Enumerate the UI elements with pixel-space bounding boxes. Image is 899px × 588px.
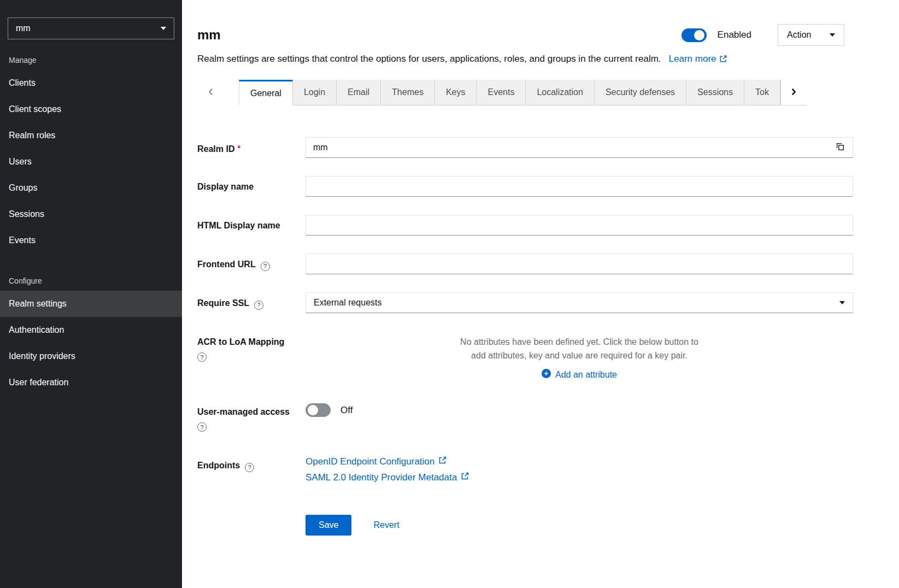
openid-endpoint-link[interactable]: OpenID Endpoint Configuration <box>305 456 447 468</box>
sidebar-item-identity-providers[interactable]: Identity providers <box>0 343 182 369</box>
realm-id-input[interactable] <box>306 138 827 157</box>
acr-to-loa-row: ACR to LoA Mapping ? No attributes have … <box>197 331 853 380</box>
manage-nav: Clients Client scopes Realm roles Users … <box>0 70 182 254</box>
save-button[interactable]: Save <box>305 515 351 536</box>
add-attribute-link[interactable]: Add an attribute <box>542 369 617 380</box>
nav-section-manage: Manage <box>0 39 182 70</box>
html-display-name-control <box>305 215 853 236</box>
saml-metadata-link[interactable]: SAML 2.0 Identity Provider Metadata <box>305 472 469 484</box>
empty-state-text: No attributes have been defined yet. Cli… <box>460 331 698 362</box>
general-settings-form: Realm ID* Display name HTML Dis <box>182 105 899 575</box>
display-name-label: Display name <box>197 176 305 197</box>
copy-button[interactable] <box>827 138 853 157</box>
action-dropdown-label: Action <box>787 30 811 40</box>
tab-email[interactable]: Email <box>337 80 381 105</box>
external-link-icon <box>719 54 727 67</box>
sidebar: mm Manage Clients Client scopes Realm ro… <box>0 0 182 588</box>
sidebar-item-clients[interactable]: Clients <box>0 70 182 96</box>
label-text: Endpoints <box>197 461 240 470</box>
copy-icon <box>836 142 845 153</box>
html-display-name-label: HTML Display name <box>197 215 305 236</box>
html-display-name-input[interactable] <box>305 215 853 236</box>
sidebar-item-realm-roles[interactable]: Realm roles <box>0 122 182 149</box>
display-name-input[interactable] <box>305 176 853 197</box>
learn-more-label: Learn more <box>669 54 716 64</box>
endpoints-control: OpenID Endpoint Configuration SAML 2.0 I… <box>305 455 853 487</box>
tab-scroll-right-button[interactable] <box>780 80 807 105</box>
tab-bar: General Login Email Themes Keys Events L… <box>182 80 899 105</box>
sidebar-item-user-federation[interactable]: User federation <box>0 369 182 396</box>
help-icon[interactable]: ? <box>245 463 254 472</box>
help-icon[interactable]: ? <box>197 352 207 362</box>
tab-sessions[interactable]: Sessions <box>686 80 744 105</box>
require-ssl-select[interactable]: External requests <box>305 292 853 313</box>
tab-events[interactable]: Events <box>477 80 526 105</box>
tab-localization[interactable]: Localization <box>526 80 595 105</box>
display-name-control <box>305 176 853 197</box>
chevron-down-icon <box>830 33 835 37</box>
tab-security-defenses[interactable]: Security defenses <box>595 80 686 105</box>
required-asterisk: * <box>237 144 240 152</box>
acr-to-loa-label: ACR to LoA Mapping ? <box>197 331 305 380</box>
realm-id-control <box>305 137 853 158</box>
label-text: Require SSL <box>197 298 249 308</box>
toggle-knob <box>308 405 318 415</box>
nav-section-configure: Configure <box>0 254 182 291</box>
endpoints-row: Endpoints? OpenID Endpoint Configuration… <box>197 455 853 487</box>
external-link-icon <box>434 456 447 468</box>
action-dropdown[interactable]: Action <box>778 24 844 46</box>
toggle-knob <box>694 30 704 40</box>
realm-selector-dropdown[interactable]: mm <box>8 17 174 39</box>
display-name-row: Display name <box>197 176 853 197</box>
frontend-url-input[interactable] <box>305 254 853 274</box>
user-managed-access-state: Off <box>340 405 352 416</box>
tab-login[interactable]: Login <box>293 80 337 105</box>
openid-endpoint-label: OpenID Endpoint Configuration <box>305 456 434 468</box>
realm-id-group <box>305 137 853 158</box>
learn-more-link[interactable]: Learn more <box>669 54 727 64</box>
chevron-down-icon <box>839 301 845 304</box>
main-content: mm Enabled Action Realm settings are set… <box>182 0 899 588</box>
form-actions: Save Revert <box>305 515 853 557</box>
realm-selector-wrap: mm <box>0 0 182 39</box>
acr-to-loa-control: No attributes have been defined yet. Cli… <box>305 331 853 380</box>
require-ssl-value: External requests <box>314 298 382 308</box>
saml-metadata-label: SAML 2.0 Identity Provider Metadata <box>305 472 457 484</box>
help-icon[interactable]: ? <box>254 301 263 310</box>
chevron-right-icon <box>790 87 797 98</box>
app-window: mm Manage Clients Client scopes Realm ro… <box>0 0 899 588</box>
page-title: mm <box>197 27 221 43</box>
sidebar-item-users[interactable]: Users <box>0 149 182 175</box>
chevron-left-icon <box>207 87 214 98</box>
configure-nav: Realm settings Authentication Identity p… <box>0 291 182 396</box>
sidebar-item-realm-settings[interactable]: Realm settings <box>0 291 182 317</box>
tab-general[interactable]: General <box>239 80 293 105</box>
sidebar-item-client-scopes[interactable]: Client scopes <box>0 96 182 122</box>
tab-keys[interactable]: Keys <box>435 80 477 105</box>
require-ssl-control: External requests <box>305 292 853 313</box>
help-icon[interactable]: ? <box>261 262 270 271</box>
sidebar-item-authentication[interactable]: Authentication <box>0 317 182 343</box>
html-display-name-row: HTML Display name <box>197 215 853 236</box>
require-ssl-label: Require SSL? <box>197 292 305 313</box>
tab-scroll-left-button[interactable] <box>182 80 239 105</box>
sidebar-item-events[interactable]: Events <box>0 227 182 254</box>
external-link-icon <box>457 472 469 484</box>
require-ssl-row: Require SSL? External requests <box>197 292 853 313</box>
tab-themes[interactable]: Themes <box>381 80 435 105</box>
label-text: User-managed access <box>197 407 290 416</box>
plus-circle-icon <box>542 369 551 380</box>
frontend-url-control <box>305 254 853 274</box>
sidebar-item-sessions[interactable]: Sessions <box>0 201 182 227</box>
realm-id-label: Realm ID* <box>197 137 305 158</box>
user-managed-access-control: Off <box>305 401 853 432</box>
label-text: ACR to LoA Mapping <box>197 337 284 346</box>
label-text: Realm ID <box>197 144 234 154</box>
revert-link[interactable]: Revert <box>373 520 399 530</box>
help-icon[interactable]: ? <box>197 422 207 432</box>
realm-enabled-toggle[interactable] <box>681 28 707 42</box>
user-managed-access-toggle[interactable] <box>305 403 331 417</box>
tab-tokens[interactable]: Tok <box>744 80 780 105</box>
realm-id-row: Realm ID* <box>197 137 853 158</box>
sidebar-item-groups[interactable]: Groups <box>0 175 182 201</box>
